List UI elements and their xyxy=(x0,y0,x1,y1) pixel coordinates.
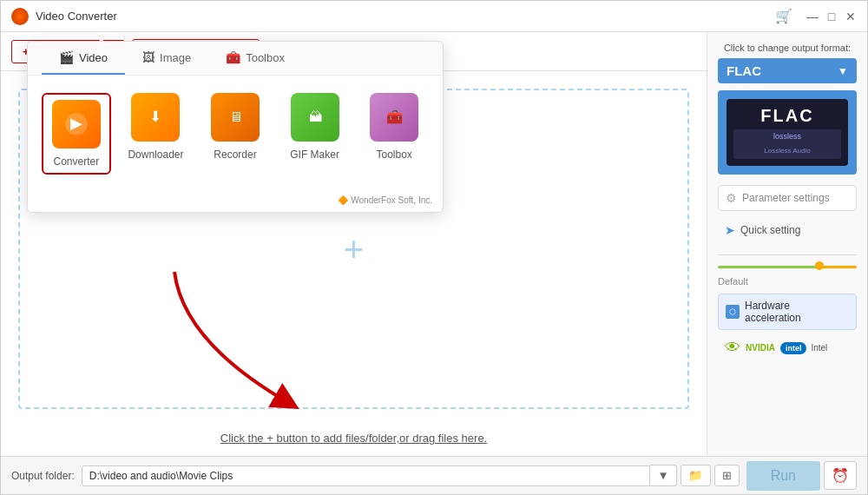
hw-accel-label: Hardware acceleration xyxy=(745,300,849,324)
titlebar: Video Converter 🛒 — □ ✕ xyxy=(1,1,867,32)
tab-image[interactable]: 🖼 Image xyxy=(125,42,208,75)
downloader-icon: ⬇ xyxy=(131,93,180,142)
tool-converter[interactable]: ▶ Converter xyxy=(42,93,111,175)
nvidia-label: NVIDIA xyxy=(746,343,775,353)
popup-watermark: 🔶 WonderFox Soft, Inc. xyxy=(28,192,443,212)
recorder-svg: 🖥 xyxy=(220,102,251,133)
right-sidebar: Click to change output format: FLAC ▼ FL… xyxy=(707,32,867,456)
quick-icon: ➤ xyxy=(725,223,735,237)
center-area: + + Add Files ▼ 📁 Add Video Folder 🎬 Vid… xyxy=(1,32,707,456)
tool-downloader[interactable]: ⬇ Downloader xyxy=(122,93,191,175)
param-settings-button[interactable]: ⚙ Parameter settings xyxy=(718,185,857,211)
cart-icon[interactable]: 🛒 xyxy=(775,8,792,24)
output-path-dropdown[interactable]: ▼ xyxy=(650,465,676,486)
downloader-label: Downloader xyxy=(128,148,183,161)
intel-label: Intel xyxy=(811,343,827,353)
app-icon xyxy=(11,8,29,25)
nvidia-icon: 👁 xyxy=(725,339,740,357)
output-folder-button[interactable]: 📁 xyxy=(681,465,711,486)
drop-hint: Click the + button to add files/folder,o… xyxy=(220,432,487,445)
watermark-text: WonderFox Soft, Inc. xyxy=(351,195,432,205)
gifmaker-icon: 🏔 xyxy=(291,93,339,142)
recorder-label: Recorder xyxy=(214,148,256,161)
quick-setting-button[interactable]: ➤ Quick setting xyxy=(718,218,857,242)
toolbox-icon: 🧰 xyxy=(370,93,418,142)
hw-icon: ⬡ xyxy=(726,305,740,319)
minimize-button[interactable]: — xyxy=(806,10,819,23)
image-tab-icon: 🖼 xyxy=(142,50,155,64)
popup-menu: 🎬 Video 🖼 Image 🧰 Toolbox xyxy=(27,41,444,213)
lossless-box: lossless Lossless Audio xyxy=(733,129,841,159)
tool-toolbox[interactable]: 🧰 Toolbox xyxy=(359,93,429,175)
slider-track xyxy=(718,266,857,268)
svg-text:🏔: 🏔 xyxy=(308,109,321,124)
titlebar-controls: 🛒 — □ ✕ xyxy=(775,8,857,24)
video-tab-label: Video xyxy=(79,51,108,64)
param-label: Parameter settings xyxy=(742,192,830,204)
converter-icon: ▶ xyxy=(52,100,101,148)
gifmaker-label: GIF Maker xyxy=(290,148,339,161)
lossless-audio-text: Lossless Audio xyxy=(764,147,810,155)
flac-logo: FLAC xyxy=(733,106,841,126)
hw-accel-button[interactable]: ⬡ Hardware acceleration xyxy=(718,294,857,330)
app-title: Video Converter xyxy=(36,10,775,23)
format-preview: FLAC lossless Lossless Audio xyxy=(718,90,857,175)
default-label: Default xyxy=(718,276,857,287)
recorder-icon: 🖥 xyxy=(211,93,260,142)
output-extra-button[interactable]: ⊞ xyxy=(714,465,740,486)
toolbox-svg: 🧰 xyxy=(378,102,410,133)
format-dropdown-arrow: ▼ xyxy=(838,65,848,77)
tab-toolbox[interactable]: 🧰 Toolbox xyxy=(208,42,302,75)
maximize-button[interactable]: □ xyxy=(825,10,838,23)
svg-text:⬇: ⬇ xyxy=(149,109,161,125)
toolbox-tab-label: Toolbox xyxy=(246,51,285,64)
tab-video[interactable]: 🎬 Video xyxy=(42,42,125,75)
watermark-logo: 🔶 xyxy=(338,195,348,205)
slider-thumb xyxy=(815,261,824,270)
gifmaker-svg: 🏔 xyxy=(299,102,331,133)
drop-plus-icon: + xyxy=(344,232,364,267)
tool-recorder[interactable]: 🖥 Recorder xyxy=(201,93,270,175)
popup-tools: ▶ Converter ⬇ Downloader xyxy=(28,76,443,192)
param-icon: ⚙ xyxy=(726,191,737,205)
toolbox-tab-icon: 🧰 xyxy=(226,50,240,64)
format-name: FLAC xyxy=(727,63,761,78)
quick-label: Quick setting xyxy=(740,224,800,236)
output-label: Output folder: xyxy=(11,470,75,482)
divider xyxy=(718,254,857,255)
intel-container: intel Intel xyxy=(780,342,827,354)
format-selector[interactable]: FLAC ▼ xyxy=(718,58,857,83)
slider-container[interactable] xyxy=(718,261,857,274)
svg-text:🧰: 🧰 xyxy=(386,109,404,125)
main-content: + + Add Files ▼ 📁 Add Video Folder 🎬 Vid… xyxy=(1,32,867,456)
close-button[interactable]: ✕ xyxy=(845,10,857,23)
format-label: Click to change output format: xyxy=(718,43,857,53)
output-path-input[interactable] xyxy=(82,465,651,486)
format-preview-img: FLAC lossless Lossless Audio xyxy=(727,99,848,166)
video-tab-icon: 🎬 xyxy=(59,50,74,64)
gpu-logos: 👁 NVIDIA intel Intel xyxy=(718,335,857,360)
toolbox-label: Toolbox xyxy=(377,148,412,161)
svg-text:🖥: 🖥 xyxy=(229,109,242,124)
intel-badge: intel xyxy=(780,342,807,354)
popup-tabs: 🎬 Video 🖼 Image 🧰 Toolbox xyxy=(28,42,443,76)
converter-label: Converter xyxy=(53,155,99,168)
image-tab-label: Image xyxy=(160,51,191,64)
lossless-text: lossless xyxy=(739,132,836,141)
run-button[interactable]: Run xyxy=(746,461,820,491)
converter-svg: ▶ xyxy=(61,109,92,140)
svg-text:▶: ▶ xyxy=(70,115,82,132)
schedule-button[interactable]: ⏰ xyxy=(824,461,857,490)
bottom-bar: Output folder: ▼ 📁 ⊞ Run ⏰ xyxy=(1,456,867,494)
downloader-svg: ⬇ xyxy=(140,102,171,133)
tool-gifmaker[interactable]: 🏔 GIF Maker xyxy=(280,93,350,175)
app-window: Video Converter 🛒 — □ ✕ + + Add Files ▼ … xyxy=(0,0,868,495)
